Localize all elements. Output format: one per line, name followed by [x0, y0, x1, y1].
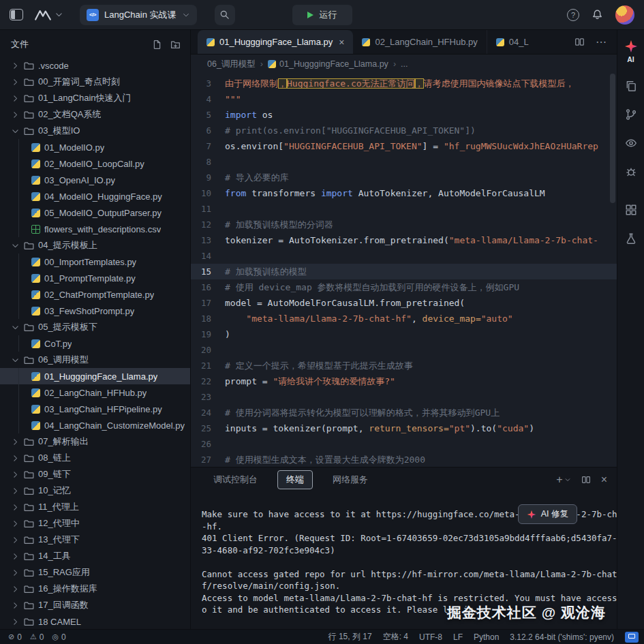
close-panel-icon[interactable]: × [601, 474, 607, 486]
breadcrumb-item[interactable]: 06_调用模型 [207, 59, 256, 70]
project-selector[interactable]: </> LangChain 实战课 [80, 5, 197, 25]
tree-item[interactable]: 14_工具 [0, 548, 190, 564]
code-line[interactable]: 5import os [191, 107, 617, 123]
code-line[interactable]: 4""" [191, 91, 617, 107]
problems-warnings[interactable]: ⚠ 0 [30, 632, 44, 642]
tree-item[interactable]: 03_OpenAI_IO.py [0, 172, 190, 188]
tree-item[interactable]: 03_FewShotPrompt.py [0, 303, 190, 319]
test-flask-icon[interactable] [625, 232, 637, 245]
sidebar-toggle-icon[interactable] [10, 9, 23, 20]
code-line[interactable]: 15# 加载预训练的模型 [191, 264, 617, 279]
code-line[interactable]: 20 [191, 342, 617, 358]
code-line[interactable]: 19) [191, 326, 617, 342]
run-button[interactable]: 运行 [292, 5, 352, 25]
breadcrumb-item[interactable]: 01_HugggingFace_Llama.py [268, 59, 388, 69]
chevron-down-icon[interactable] [55, 10, 63, 19]
tree-item[interactable]: 00_ImportTemplates.py [0, 254, 190, 270]
code-line[interactable]: 6# print(os.environ["HUGGINGFACEHUB_API_… [191, 123, 617, 138]
code-line[interactable]: 13tokenizer = AutoTokenizer.from_pretrai… [191, 232, 617, 248]
git-branch-icon[interactable] [625, 108, 637, 121]
problems-info[interactable]: ◎ 0 [52, 632, 65, 642]
bell-icon[interactable] [592, 9, 603, 20]
code-line[interactable]: 22prompt = "请给我讲个玫瑰的爱情故事?" [191, 373, 617, 389]
editor-tab[interactable]: 04_L [487, 30, 536, 54]
code-line[interactable]: 27# 使用模型生成文本，设置最大生成令牌数为2000 [191, 452, 617, 467]
breadcrumb-item[interactable]: ... [401, 59, 408, 69]
new-file-icon[interactable] [152, 40, 162, 50]
ai-assistant-button[interactable]: AI [624, 40, 638, 63]
code-line[interactable]: 3由于网络限制，Huggingface.co无法正常访问，请考虑使用国内镜像站点… [191, 76, 617, 91]
tree-item[interactable]: .vscode [0, 57, 190, 74]
code-line[interactable]: 10from transformers import AutoTokenizer… [191, 185, 617, 201]
panel-tab[interactable]: 网络服务 [324, 470, 377, 489]
tree-item[interactable]: 04_ModelIO_HuggingFace.py [0, 188, 190, 204]
search-button[interactable] [215, 5, 235, 25]
tree-item[interactable]: 16_操作数据库 [0, 581, 190, 597]
tree-item[interactable]: 02_ChatPromptTemplate.py [0, 286, 190, 303]
code-line[interactable]: 23 [191, 389, 617, 405]
problems-errors[interactable]: ⊘ 0 [8, 632, 22, 642]
tree-item[interactable]: 05_提示模板下 [0, 319, 190, 335]
ai-fix-button[interactable]: AI 修复 [518, 504, 577, 524]
tree-item[interactable]: 09_链下 [0, 466, 190, 482]
eol[interactable]: LF [453, 632, 463, 642]
code-editor[interactable]: 3由于网络限制，Huggingface.co无法正常访问，请考虑使用国内镜像站点… [191, 74, 617, 467]
tree-item[interactable]: flowers_with_descriptions.csv [0, 221, 190, 237]
tree-item[interactable]: 01_LangChain快速入门 [0, 90, 190, 106]
editor-tab[interactable]: 02_LangChain_HFHub.py [353, 30, 487, 54]
code-line[interactable]: 12# 加载预训练模型的分词器 [191, 217, 617, 232]
tree-item[interactable]: 07_解析输出 [0, 433, 190, 450]
code-line[interactable]: 14 [191, 248, 617, 264]
code-line[interactable]: 16# 使用 device_map 参数将模型自动加载到可用的硬件设备上，例如G… [191, 279, 617, 295]
extensions-icon[interactable] [625, 204, 637, 216]
split-terminal-icon[interactable] [581, 475, 591, 485]
tree-item[interactable]: 18 CAMEL [0, 613, 190, 629]
help-icon[interactable]: ? [567, 9, 579, 21]
tree-item[interactable]: 02_ModelIO_LoopCall.py [0, 155, 190, 172]
tree-item[interactable]: 01_HugggingFace_Llama.py [0, 368, 190, 384]
code-line[interactable]: 25inputs = tokenizer(prompt, return_tens… [191, 420, 617, 436]
indentation[interactable]: 空格: 4 [383, 631, 408, 643]
editor-tab[interactable]: 01_HugggingFace_Llama.py× [198, 30, 353, 54]
code-line[interactable]: 9# 导入必要的库 [191, 170, 617, 185]
copy-file-icon[interactable] [625, 80, 637, 92]
code-line[interactable]: 21# 定义一个提示，希望模型基于此提示生成故事 [191, 358, 617, 373]
more-actions-icon[interactable]: ⋯ [596, 35, 607, 48]
language-mode[interactable]: Python [474, 632, 499, 642]
tree-item[interactable]: 04_提示模板上 [0, 237, 190, 254]
code-line[interactable]: 18 "meta-llama/Llama-2-7b-chat-hf", devi… [191, 311, 617, 326]
close-icon[interactable]: × [339, 37, 344, 48]
tree-item[interactable]: 17_回调函数 [0, 597, 190, 613]
tree-item[interactable]: 15_RAG应用 [0, 564, 190, 581]
editor-scrollbar[interactable] [610, 74, 615, 203]
app-logo-icon[interactable] [34, 8, 52, 22]
code-line[interactable]: 11 [191, 201, 617, 217]
tree-item[interactable]: 01_ModelIO.py [0, 139, 190, 155]
tree-item[interactable]: CoT.py [0, 335, 190, 352]
panel-tab[interactable]: 终端 [277, 470, 313, 489]
tree-item[interactable]: 01_PromptTemplate.py [0, 270, 190, 286]
user-avatar[interactable] [615, 5, 634, 25]
eye-icon[interactable] [625, 137, 637, 149]
code-line[interactable]: 17model = AutoModelForCausalLM.from_pret… [191, 295, 617, 311]
tree-item[interactable]: 06_调用模型 [0, 352, 190, 368]
code-line[interactable]: 7os.environ["HUGGINGFACEHUB_API_TOKEN"] … [191, 138, 617, 154]
new-folder-icon[interactable] [170, 40, 181, 50]
remote-icon[interactable] [625, 632, 639, 643]
tree-item[interactable]: 02_LangChain_HFHub.py [0, 384, 190, 401]
split-editor-icon[interactable] [574, 37, 585, 47]
code-line[interactable]: 26 [191, 436, 617, 452]
tree-item[interactable]: 03_模型IO [0, 123, 190, 139]
tree-item[interactable]: 13_代理下 [0, 532, 190, 548]
tree-item[interactable]: 05_ModelIO_OutputParser.py [0, 204, 190, 221]
new-terminal-button[interactable]: + [556, 474, 570, 486]
code-line[interactable]: 24# 使用分词器将提示转化为模型可以理解的格式，并将其移动到GPU上 [191, 405, 617, 420]
tree-item[interactable]: 00_开篇词_奇点时刻 [0, 74, 190, 90]
tree-item[interactable]: 03_LangChain_HFPipeline.py [0, 401, 190, 417]
python-interpreter[interactable]: 3.12.2 64-bit ('shims': pyenv) [510, 632, 614, 642]
tree-item[interactable]: 08_链上 [0, 450, 190, 466]
tree-item[interactable]: 02_文档QA系统 [0, 106, 190, 123]
encoding[interactable]: UTF-8 [419, 632, 442, 642]
tree-item[interactable]: 11_代理上 [0, 499, 190, 515]
bug-icon[interactable] [625, 166, 637, 178]
